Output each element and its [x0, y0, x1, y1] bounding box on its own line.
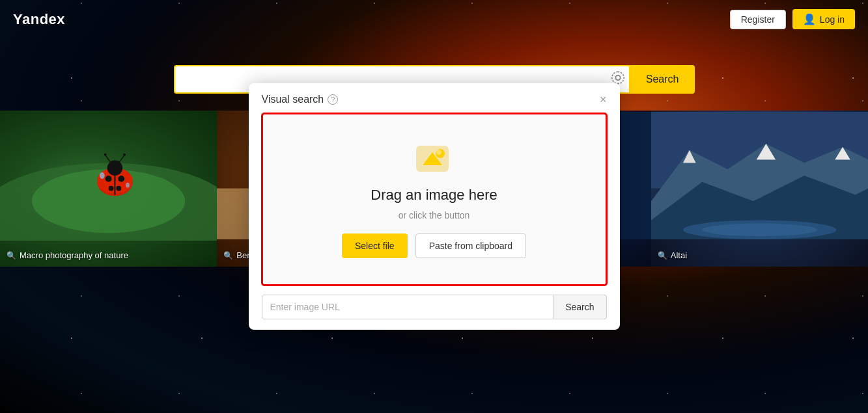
modal-close-button[interactable]: × [600, 94, 607, 105]
paste-clipboard-button[interactable]: Paste from clipboard [415, 233, 526, 258]
modal-header: Visual search ? × [249, 83, 620, 113]
image-placeholder-icon [413, 140, 455, 176]
drop-zone-actions: Select file Paste from clipboard [342, 233, 526, 258]
url-input[interactable] [262, 295, 554, 319]
modal-title-area: Visual search ? [262, 94, 339, 105]
visual-search-modal: Visual search ? × Drag an image here [249, 83, 620, 330]
modal-title-text: Visual search [262, 94, 324, 105]
url-search-button[interactable]: Search [553, 295, 606, 319]
drop-zone[interactable]: Drag an image here or click the button S… [262, 113, 607, 286]
url-area: Search [249, 286, 620, 330]
drag-subtitle: or click the button [399, 210, 470, 220]
help-icon[interactable]: ? [328, 94, 338, 105]
select-file-button[interactable]: Select file [342, 233, 408, 258]
svg-point-52 [436, 150, 441, 155]
modal-overlay: Visual search ? × Drag an image here [0, 0, 868, 413]
drag-title: Drag an image here [371, 187, 497, 204]
